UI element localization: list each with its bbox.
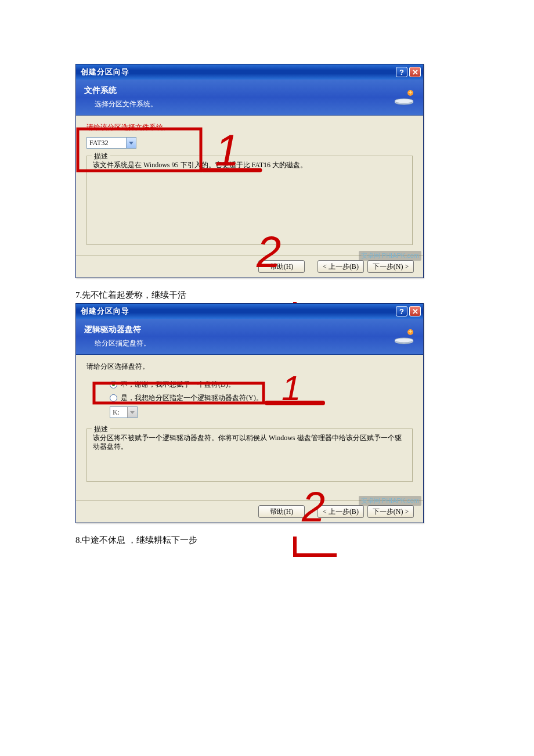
prompt-text: 请给分区选择盘符。 [86,362,413,372]
header-title: 文件系统 [84,85,415,96]
body-area-2: 请给分区选择盘符。 不，谢谢，我不想赋予一个盘符(D)。 是，我想给分区指定一个… [76,355,423,500]
radio-yes-row[interactable]: 是，我想给分区指定一个逻辑驱动器盘符(Y)。 [86,393,413,403]
header-subtitle: 给分区指定盘符。 [84,339,415,348]
titlebar-1: 创建分区向导 ? ✕ [76,64,423,80]
help-button[interactable]: 帮助(H) [258,505,305,518]
fieldset-legend: 描述 [92,424,110,434]
radio-no-row[interactable]: 不，谢谢，我不想赋予一个盘符(D)。 [86,380,413,390]
window-title: 创建分区向导 [81,306,394,316]
watermark-1: 安卓网 PHIAPK.com [359,251,421,261]
wizard-icon [393,89,415,106]
drive-select-row: K: [86,406,413,418]
close-button[interactable]: ✕ [409,306,421,316]
radio-yes[interactable] [110,394,117,402]
header-title: 逻辑驱动器盘符 [84,325,415,335]
description-fieldset-1: 描述 该文件系统是在 Windows 95 下引入的。它更适于比 FAT16 大… [86,156,413,245]
wizard-header-2: 逻辑驱动器盘符 给分区指定盘符。 [76,319,423,355]
wizard-header-1: 文件系统 选择分区文件系统。 [76,80,423,116]
dialog1-wrap: 创建分区向导 ? ✕ 文件系统 选择分区文件系统。 请给该分区选择文件系统。 [75,64,424,278]
svg-point-6 [395,338,413,343]
help-button[interactable]: 帮助(H) [258,260,305,273]
chevron-down-icon [126,138,136,148]
caption-step8: 8.中途不休息 ，继续耕耘下一步 [75,535,459,546]
window-title: 创建分区向导 [81,67,394,77]
description-fieldset-2: 描述 该分区将不被赋予一个逻辑驱动器盘符。你将可以稍侯从 Windows 磁盘管… [86,429,413,482]
back-button[interactable]: < 上一步(B) [317,505,364,518]
document-page: 创建分区向导 ? ✕ 文件系统 选择分区文件系统。 请给该分区选择文件系统。 [0,0,534,571]
dialog2-wrap: 创建分区向导 ? ✕ 逻辑驱动器盘符 给分区指定盘符。 请给分区选择盘符。 [75,303,424,523]
back-button[interactable]: < 上一步(B) [317,260,364,273]
filesystem-select[interactable]: FAT32 [86,137,136,149]
drive-letter-select[interactable]: K: [110,406,138,418]
watermark-2: 安卓网 PHIAPK.com [359,496,421,506]
radio-no-label: 不，谢谢，我不想赋予一个盘符(D)。 [121,380,235,390]
titlebar-2: 创建分区向导 ? ✕ [76,304,423,319]
svg-point-1 [395,99,413,103]
help-title-button[interactable]: ? [396,306,407,316]
close-button[interactable]: ✕ [409,67,421,77]
fieldset-legend: 描述 [92,152,110,161]
description-text: 该分区将不被赋予一个逻辑驱动器盘符。你将可以稍侯从 Windows 磁盘管理器中… [93,434,406,451]
next-button[interactable]: 下一步(N) > [367,505,414,518]
body-area-1: 请给该分区选择文件系统。 FAT32 描述 该文件系统是在 Windows 95… [76,116,423,255]
prompt-text: 请给该分区选择文件系统。 [86,123,413,132]
chevron-down-icon [127,407,137,417]
next-button[interactable]: 下一步(N) > [367,260,414,273]
drive-letter-value: K: [113,408,120,417]
wizard-icon [393,329,415,345]
header-subtitle: 选择分区文件系统。 [84,99,415,109]
dialog1: 创建分区向导 ? ✕ 文件系统 选择分区文件系统。 请给该分区选择文件系统。 [75,64,424,278]
description-text: 该文件系统是在 Windows 95 下引入的。它更适于比 FAT16 大的磁盘… [93,161,406,170]
radio-yes-label: 是，我想给分区指定一个逻辑驱动器盘符(Y)。 [121,393,263,403]
filesystem-value: FAT32 [89,139,108,147]
radio-no[interactable] [110,381,117,388]
dialog2: 创建分区向导 ? ✕ 逻辑驱动器盘符 给分区指定盘符。 请给分区选择盘符。 [75,303,424,523]
help-title-button[interactable]: ? [396,67,407,77]
caption-step7: 7.先不忙着起爱称，继续干活 [75,290,459,301]
